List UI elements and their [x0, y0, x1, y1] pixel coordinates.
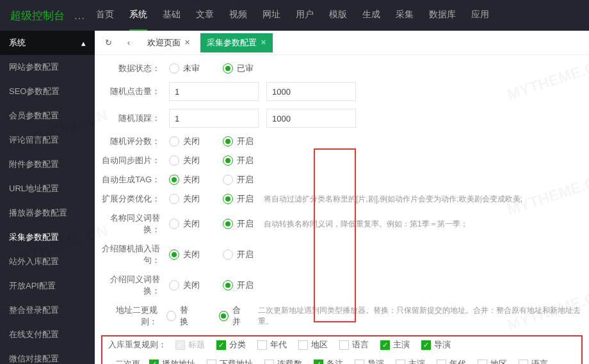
- topnav-item[interactable]: 用户: [296, 0, 314, 31]
- topnav-item[interactable]: 系统: [129, 0, 147, 31]
- menu-dots-icon[interactable]: …: [74, 9, 86, 22]
- topnav-item[interactable]: 首页: [96, 0, 114, 31]
- topnav-item[interactable]: 应用: [471, 0, 489, 31]
- topnav-item[interactable]: 生成: [362, 0, 380, 31]
- topnav-item[interactable]: 网址: [262, 0, 280, 31]
- topnav-item[interactable]: 数据库: [429, 0, 456, 31]
- topnav-item[interactable]: 模版: [329, 0, 347, 31]
- topnav-item[interactable]: 文章: [196, 0, 214, 31]
- topnav-item[interactable]: 视频: [229, 0, 247, 31]
- topnav-item[interactable]: 采集: [396, 0, 414, 31]
- topnav-item[interactable]: 基础: [163, 0, 181, 31]
- logo: 超级控制台: [10, 8, 65, 23]
